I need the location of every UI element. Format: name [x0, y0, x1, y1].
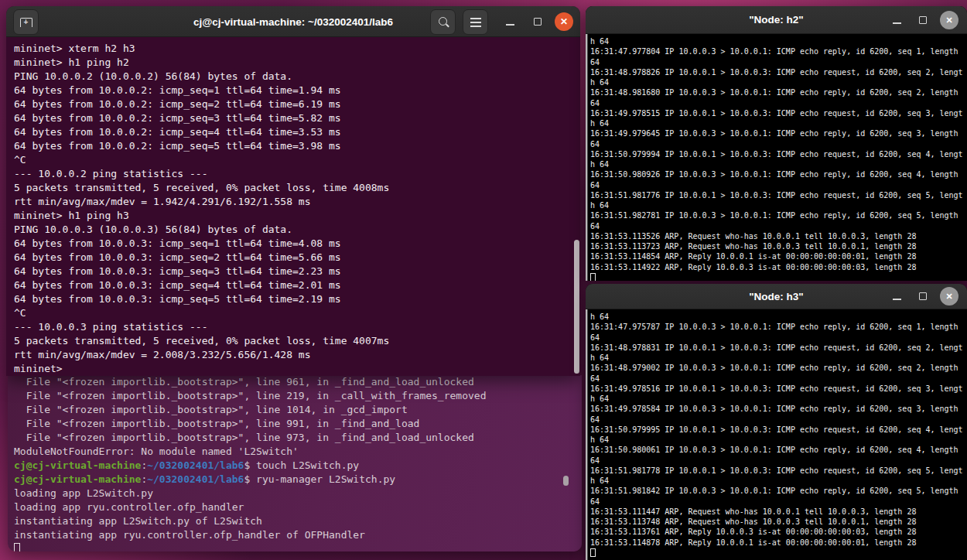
terminal-line: 64: [590, 456, 967, 466]
terminal-line: mininet> xterm h2 h3: [14, 42, 577, 56]
prompt-command: ryu-manager L2Switch.py: [250, 473, 395, 485]
ryu-traceback-block: File "<frozen importlib._bootstrap>", li…: [14, 375, 579, 459]
prompt-command: touch L2Switch.py: [250, 459, 359, 471]
xterm-h3-titlebar[interactable]: "Node: h3" ✕: [586, 284, 967, 309]
terminal-line: mininet>: [14, 362, 577, 376]
prompt-user: cj@cj-virtual-machine: [14, 473, 141, 485]
terminal-line: 16:31:50.980061 IP 10.0.0.3 > 10.0.0.1: …: [590, 445, 967, 455]
terminal-line: h 64: [590, 159, 967, 169]
terminal-line: PING 10.0.0.3 (10.0.0.3) 56(84) bytes of…: [14, 223, 577, 237]
terminal-line: 16:31:53.114922 ARP, Reply 10.0.0.3 is-a…: [590, 262, 967, 272]
terminal-cursor: [590, 273, 596, 281]
xterm-h2-titlebar[interactable]: "Node: h2" ✕: [586, 6, 967, 34]
terminal-line: 64: [590, 497, 967, 507]
terminal-line: File "<frozen importlib._bootstrap>", li…: [14, 431, 579, 445]
terminal-line: rtt min/avg/max/mdev = 1.942/4.291/6.192…: [14, 195, 577, 209]
main-terminal-window[interactable]: cj@cj-virtual-machine: ~/032002401/lab6 …: [6, 6, 580, 376]
menu-button[interactable]: [463, 9, 488, 35]
terminal-line: h 64: [590, 435, 967, 445]
xterm-scrollbar[interactable]: [586, 34, 588, 281]
terminal-line: 16:31:49.978516 IP 10.0.0.1 > 10.0.0.3: …: [590, 384, 967, 394]
prompt-user: cj@cj-virtual-machine: [14, 459, 141, 471]
terminal-line: instantiating app L2Switch.py of L2Switc…: [14, 514, 579, 528]
main-terminal-output[interactable]: mininet> xterm h2 h3mininet> h1 ping h2P…: [6, 37, 580, 376]
xterm-h3-output[interactable]: h 6416:31:47.975787 IP 10.0.0.3 > 10.0.0…: [586, 309, 967, 560]
terminal-line: 16:31:49.978584 IP 10.0.0.3 > 10.0.0.1: …: [590, 404, 967, 414]
terminal-line: 16:31:49.979645 IP 10.0.0.3 > 10.0.0.1: …: [590, 128, 967, 138]
terminal-line: 16:31:50.979994 IP 10.0.0.1 > 10.0.0.3: …: [590, 149, 967, 159]
terminal-cursor: [14, 543, 20, 551]
window-title: cj@cj-virtual-machine: ~/032002401/lab6: [6, 6, 580, 37]
terminal-line: 16:31:47.977804 IP 10.0.0.3 > 10.0.0.1: …: [590, 46, 967, 56]
search-button[interactable]: [430, 9, 456, 35]
desktop: File "<frozen importlib._bootstrap>", li…: [0, 0, 967, 560]
minimize-button[interactable]: [501, 12, 519, 31]
terminal-line: 16:31:50.980926 IP 10.0.0.3 > 10.0.0.1: …: [590, 169, 967, 179]
terminal-line: 16:31:53.111447 ARP, Request who-has 10.…: [590, 507, 967, 517]
terminal-line: 5 packets transmitted, 5 received, 0% pa…: [14, 181, 577, 195]
terminal-line: h 64: [590, 476, 967, 486]
terminal-line: 64 bytes from 10.0.0.2: icmp_seq=2 ttl=6…: [14, 97, 577, 111]
new-tab-icon: +: [20, 18, 32, 27]
window-title: "Node: h3": [586, 284, 967, 309]
terminal-line: 16:31:49.978515 IP 10.0.0.1 > 10.0.0.3: …: [590, 108, 967, 118]
maximize-button[interactable]: [528, 12, 547, 31]
main-terminal-titlebar[interactable]: cj@cj-virtual-machine: ~/032002401/lab6 …: [6, 6, 580, 37]
terminal-line: 64: [590, 139, 967, 149]
terminal-line: h 64: [590, 312, 967, 322]
terminal-line: 64: [590, 57, 967, 67]
terminal-line: 64 bytes from 10.0.0.3: icmp_seq=4 ttl=6…: [14, 278, 577, 292]
ryu-terminal-output[interactable]: File "<frozen importlib._bootstrap>", li…: [8, 375, 582, 551]
terminal-line: 64 bytes from 10.0.0.2: icmp_seq=4 ttl=6…: [14, 125, 577, 139]
prompt-path: ~/032002401/lab6: [147, 473, 244, 485]
main-terminal-scrollbar-thumb[interactable]: [574, 240, 579, 374]
terminal-line: 16:31:48.978826 IP 10.0.0.1 > 10.0.0.3: …: [590, 67, 967, 77]
search-icon: [437, 16, 449, 29]
xterm-h3-window[interactable]: "Node: h3" ✕ h 6416:31:47.975787 IP 10.0…: [586, 284, 967, 560]
close-button[interactable]: ✕: [555, 12, 573, 31]
terminal-line: File "<frozen importlib._bootstrap>", li…: [14, 375, 579, 389]
terminal-line: h 64: [590, 77, 967, 87]
terminal-line: ^C: [14, 153, 577, 167]
shell-prompt-line: cj@cj-virtual-machine:~/032002401/lab6$ …: [14, 473, 579, 487]
terminal-line: 16:31:53.114854 ARP, Reply 10.0.0.1 is-a…: [590, 251, 967, 261]
terminal-line: 64 bytes from 10.0.0.2: icmp_seq=5 ttl=6…: [14, 139, 577, 153]
maximize-button[interactable]: [914, 287, 932, 306]
xterm-scrollbar[interactable]: [586, 309, 588, 560]
cursor-line: [590, 272, 967, 281]
terminal-line: 16:31:53.114878 ARP, Reply 10.0.0.1 is-a…: [590, 538, 967, 548]
terminal-line: h 64: [590, 36, 967, 46]
terminal-line: 64: [590, 221, 967, 231]
terminal-line: 5 packets transmitted, 5 received, 0% pa…: [14, 334, 577, 348]
maximize-button[interactable]: [914, 11, 932, 29]
close-button[interactable]: ✕: [940, 287, 958, 306]
minimize-button[interactable]: [887, 287, 906, 306]
terminal-line: 64: [590, 333, 967, 343]
terminal-line: 16:31:53.113748 ARP, Request who-has 10.…: [590, 517, 967, 527]
new-tab-button[interactable]: +: [13, 9, 39, 35]
ryu-scrollbar-thumb[interactable]: [563, 476, 569, 486]
terminal-line: 16:31:51.981778 IP 10.0.0.1 > 10.0.0.3: …: [590, 466, 967, 476]
terminal-line: rtt min/avg/max/mdev = 2.008/3.232/5.656…: [14, 348, 577, 362]
terminal-line: mininet> h1 ping h2: [14, 56, 577, 70]
xterm-h2-window[interactable]: "Node: h2" ✕ h 6416:31:47.977804 IP 10.0…: [586, 6, 967, 281]
terminal-line: 16:31:48.979002 IP 10.0.0.3 > 10.0.0.1: …: [590, 363, 967, 373]
terminal-line: 16:31:51.982781 IP 10.0.0.3 > 10.0.0.1: …: [590, 210, 967, 220]
terminal-line: 16:31:48.978831 IP 10.0.0.1 > 10.0.0.3: …: [590, 343, 967, 353]
terminal-line: 64 bytes from 10.0.0.3: icmp_seq=5 ttl=6…: [14, 292, 577, 306]
terminal-line: loading app L2Switch.py: [14, 487, 579, 500]
terminal-line: 64 bytes from 10.0.0.3: icmp_seq=1 ttl=6…: [14, 237, 577, 251]
terminal-line: --- 10.0.0.3 ping statistics ---: [14, 320, 577, 334]
cursor-line: [14, 542, 579, 551]
maximize-icon: [534, 18, 542, 26]
xterm-h2-output[interactable]: h 6416:31:47.977804 IP 10.0.0.3 > 10.0.0…: [586, 34, 967, 281]
minimize-button[interactable]: [887, 11, 906, 29]
hamburger-menu-icon: [470, 22, 481, 23]
ryu-terminal-window[interactable]: File "<frozen importlib._bootstrap>", li…: [8, 375, 582, 551]
shell-prompt-line: cj@cj-virtual-machine:~/032002401/lab6$ …: [14, 459, 579, 473]
close-icon: ✕: [945, 15, 952, 25]
terminal-line: PING 10.0.0.2 (10.0.0.2) 56(84) bytes of…: [14, 70, 577, 84]
close-button[interactable]: ✕: [940, 11, 958, 29]
terminal-line: 64 bytes from 10.0.0.3: icmp_seq=3 ttl=6…: [14, 265, 577, 278]
close-icon: ✕: [560, 17, 568, 26]
